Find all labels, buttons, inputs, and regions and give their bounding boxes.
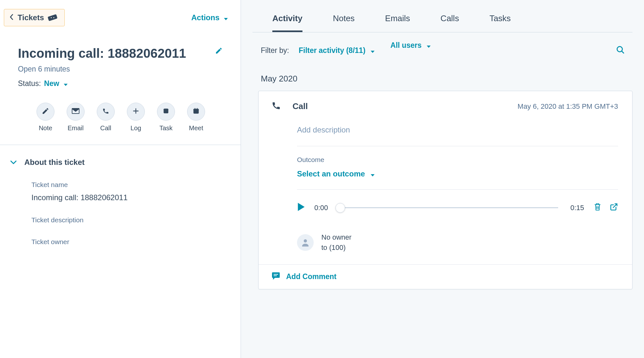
card-title: Call	[293, 101, 308, 111]
open-duration: Open 6 minutes	[0, 62, 241, 73]
quick-action-label: Task	[159, 124, 172, 132]
about-title: About this ticket	[24, 158, 85, 167]
phone-icon	[102, 107, 109, 116]
svg-point-1	[51, 17, 52, 18]
svg-rect-8	[197, 108, 197, 109]
field-ticket-description: Ticket description	[0, 202, 241, 224]
phone-icon	[271, 101, 281, 112]
quick-action-call[interactable]: Call	[97, 103, 115, 132]
player-duration: 0:15	[570, 204, 584, 212]
chevron-left-icon	[9, 14, 14, 21]
comment-icon	[271, 272, 280, 282]
svg-point-2	[54, 17, 54, 18]
filter-activity-dropdown[interactable]: Filter activity (8/11)	[299, 46, 374, 55]
svg-rect-7	[194, 108, 195, 109]
description-input[interactable]: Add description	[297, 112, 618, 146]
quick-action-label: Email	[68, 124, 84, 132]
add-comment-label: Add Comment	[286, 272, 336, 281]
actions-label: Actions	[191, 13, 219, 22]
svg-rect-12	[274, 275, 277, 276]
quick-action-meet[interactable]: Meet	[187, 103, 205, 132]
actions-dropdown[interactable]: Actions	[191, 13, 228, 22]
recording-player: 0:00 0:15	[297, 190, 618, 226]
quick-action-log[interactable]: Log	[127, 103, 145, 132]
outcome-dropdown[interactable]: Select an outcome	[297, 169, 618, 190]
quick-action-row: Note Email Call Log Task Meet	[0, 88, 241, 141]
outcome-label: Outcome	[297, 146, 618, 169]
calendar-icon	[193, 107, 200, 116]
tab-emails[interactable]: Emails	[385, 13, 410, 32]
quick-action-label: Note	[39, 124, 52, 132]
svg-rect-6	[194, 109, 199, 110]
back-label: Tickets	[18, 13, 44, 22]
status-value: New	[44, 79, 59, 88]
field-value[interactable]: Incoming call: 18882062011	[31, 189, 241, 202]
external-link-icon[interactable]	[610, 203, 618, 213]
chevron-down-icon	[10, 159, 17, 166]
activity-panel: Activity Notes Emails Calls Tasks Filter…	[241, 0, 644, 358]
owner-line1: No owner	[321, 232, 351, 243]
quick-action-label: Call	[100, 124, 111, 132]
trash-icon[interactable]	[594, 203, 601, 213]
tab-tasks[interactable]: Tasks	[490, 13, 511, 32]
pencil-icon[interactable]	[215, 47, 223, 56]
search-icon[interactable]	[616, 45, 625, 56]
field-label: Ticket name	[31, 181, 241, 189]
caret-down-icon	[425, 41, 431, 50]
add-comment-button[interactable]: Add Comment	[259, 264, 632, 289]
timeline-month-header: May 2020	[241, 56, 644, 91]
svg-point-10	[304, 239, 307, 243]
record-title: Incoming call: 18882062011	[18, 45, 186, 62]
field-label: Ticket description	[31, 216, 241, 224]
tab-calls[interactable]: Calls	[441, 13, 459, 32]
caret-down-icon	[222, 13, 228, 22]
caret-down-icon	[62, 79, 68, 88]
field-ticket-owner: Ticket owner	[0, 224, 241, 246]
task-icon	[162, 107, 169, 116]
owner-line2: to (100)	[321, 243, 351, 253]
call-owner-row: No owner to (100)	[297, 226, 618, 264]
filter-bar: Filter by: Filter activity (8/11) All us…	[241, 32, 644, 56]
record-sidebar: Tickets Actions Incoming call: 188820620…	[0, 0, 241, 358]
card-timestamp: May 6, 2020 at 1:35 PM GMT+3	[517, 102, 618, 111]
status-dropdown[interactable]: New	[44, 79, 68, 88]
quick-action-note[interactable]: Note	[37, 103, 54, 132]
back-to-tickets-button[interactable]: Tickets	[4, 9, 65, 26]
player-track[interactable]	[340, 207, 558, 208]
svg-rect-0	[48, 14, 57, 21]
ticket-icon	[48, 14, 57, 21]
field-ticket-name: Ticket name Incoming call: 18882062011	[0, 167, 241, 202]
quick-action-task[interactable]: Task	[157, 103, 175, 132]
quick-action-email[interactable]: Email	[67, 103, 85, 132]
play-icon[interactable]	[297, 202, 305, 213]
quick-action-label: Meet	[189, 124, 203, 132]
note-icon	[42, 107, 49, 116]
filter-users-dropdown[interactable]: All users	[391, 41, 431, 50]
player-current-time: 0:00	[314, 204, 328, 212]
plus-icon	[132, 107, 139, 116]
svg-rect-4	[164, 108, 169, 110]
avatar	[297, 234, 314, 251]
tab-notes[interactable]: Notes	[333, 13, 355, 32]
sidebar-top-row: Tickets Actions	[0, 0, 241, 26]
status-row: Status: New	[0, 73, 241, 88]
call-activity-card: Call May 6, 2020 at 1:35 PM GMT+3 Add de…	[258, 91, 632, 289]
caret-down-icon	[369, 46, 375, 55]
svg-rect-11	[274, 274, 278, 275]
record-tabs: Activity Notes Emails Calls Tasks	[252, 0, 632, 32]
title-row: Incoming call: 18882062011	[0, 26, 241, 62]
player-thumb[interactable]	[335, 203, 345, 213]
filter-label: Filter by:	[261, 46, 289, 55]
status-label: Status:	[18, 79, 41, 88]
email-icon	[72, 108, 79, 115]
quick-action-label: Log	[130, 124, 141, 132]
caret-down-icon	[369, 169, 375, 178]
field-label: Ticket owner	[31, 238, 241, 246]
tab-activity[interactable]: Activity	[272, 13, 302, 32]
about-section-header[interactable]: About this ticket	[0, 145, 241, 167]
card-header: Call May 6, 2020 at 1:35 PM GMT+3	[259, 91, 632, 112]
